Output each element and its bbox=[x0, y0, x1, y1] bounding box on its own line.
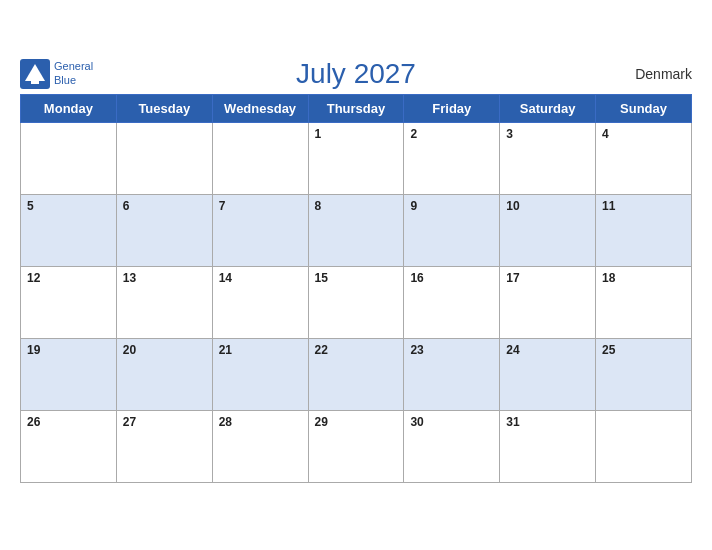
day-number: 16 bbox=[410, 271, 423, 285]
calendar-day-cell: 22 bbox=[308, 338, 404, 410]
calendar-day-cell: 17 bbox=[500, 266, 596, 338]
calendar-day-cell: 30 bbox=[404, 410, 500, 482]
calendar-week-row: 12131415161718 bbox=[21, 266, 692, 338]
day-number: 11 bbox=[602, 199, 615, 213]
day-number: 1 bbox=[315, 127, 322, 141]
calendar-day-cell: 28 bbox=[212, 410, 308, 482]
calendar-header: General Blue July 2027 Denmark bbox=[20, 58, 692, 90]
day-number: 28 bbox=[219, 415, 232, 429]
calendar-week-row: 262728293031 bbox=[21, 410, 692, 482]
calendar-week-row: 19202122232425 bbox=[21, 338, 692, 410]
day-number: 3 bbox=[506, 127, 513, 141]
calendar-day-cell: 16 bbox=[404, 266, 500, 338]
weekday-monday: Monday bbox=[21, 94, 117, 122]
day-number: 15 bbox=[315, 271, 328, 285]
calendar-day-cell: 20 bbox=[116, 338, 212, 410]
calendar-day-cell: 27 bbox=[116, 410, 212, 482]
svg-rect-2 bbox=[31, 76, 39, 84]
calendar-day-cell: 13 bbox=[116, 266, 212, 338]
calendar-container: General Blue July 2027 Denmark Monday Tu… bbox=[0, 48, 712, 503]
calendar-day-cell: 10 bbox=[500, 194, 596, 266]
calendar-day-cell: 18 bbox=[596, 266, 692, 338]
day-number: 2 bbox=[410, 127, 417, 141]
calendar-day-cell: 11 bbox=[596, 194, 692, 266]
calendar-day-cell: 2 bbox=[404, 122, 500, 194]
logo-area: General Blue bbox=[20, 59, 93, 89]
day-number: 12 bbox=[27, 271, 40, 285]
calendar-day-cell bbox=[116, 122, 212, 194]
calendar-day-cell: 4 bbox=[596, 122, 692, 194]
day-number: 22 bbox=[315, 343, 328, 357]
calendar-day-cell: 25 bbox=[596, 338, 692, 410]
logo-text: General Blue bbox=[54, 60, 93, 86]
calendar-day-cell: 3 bbox=[500, 122, 596, 194]
day-number: 4 bbox=[602, 127, 609, 141]
day-number: 20 bbox=[123, 343, 136, 357]
day-number: 30 bbox=[410, 415, 423, 429]
calendar-title: July 2027 bbox=[296, 58, 416, 90]
day-number: 10 bbox=[506, 199, 519, 213]
day-number: 21 bbox=[219, 343, 232, 357]
calendar-day-cell: 26 bbox=[21, 410, 117, 482]
day-number: 8 bbox=[315, 199, 322, 213]
calendar-day-cell bbox=[212, 122, 308, 194]
day-number: 14 bbox=[219, 271, 232, 285]
calendar-day-cell: 24 bbox=[500, 338, 596, 410]
weekday-sunday: Sunday bbox=[596, 94, 692, 122]
day-number: 31 bbox=[506, 415, 519, 429]
calendar-week-row: 567891011 bbox=[21, 194, 692, 266]
day-number: 25 bbox=[602, 343, 615, 357]
calendar-day-cell: 23 bbox=[404, 338, 500, 410]
day-number: 26 bbox=[27, 415, 40, 429]
day-number: 6 bbox=[123, 199, 130, 213]
general-blue-logo-icon bbox=[20, 59, 50, 89]
day-number: 19 bbox=[27, 343, 40, 357]
calendar-day-cell: 1 bbox=[308, 122, 404, 194]
weekday-wednesday: Wednesday bbox=[212, 94, 308, 122]
calendar-day-cell: 8 bbox=[308, 194, 404, 266]
calendar-day-cell: 9 bbox=[404, 194, 500, 266]
weekday-header-row: Monday Tuesday Wednesday Thursday Friday… bbox=[21, 94, 692, 122]
calendar-country: Denmark bbox=[635, 66, 692, 82]
day-number: 23 bbox=[410, 343, 423, 357]
weekday-saturday: Saturday bbox=[500, 94, 596, 122]
calendar-day-cell: 5 bbox=[21, 194, 117, 266]
weekday-tuesday: Tuesday bbox=[116, 94, 212, 122]
calendar-day-cell bbox=[596, 410, 692, 482]
day-number: 7 bbox=[219, 199, 226, 213]
calendar-week-row: 1234 bbox=[21, 122, 692, 194]
day-number: 24 bbox=[506, 343, 519, 357]
weekday-thursday: Thursday bbox=[308, 94, 404, 122]
calendar-day-cell bbox=[21, 122, 117, 194]
day-number: 13 bbox=[123, 271, 136, 285]
calendar-day-cell: 12 bbox=[21, 266, 117, 338]
calendar-day-cell: 21 bbox=[212, 338, 308, 410]
calendar-day-cell: 14 bbox=[212, 266, 308, 338]
calendar-day-cell: 7 bbox=[212, 194, 308, 266]
weekday-friday: Friday bbox=[404, 94, 500, 122]
calendar-day-cell: 31 bbox=[500, 410, 596, 482]
calendar-day-cell: 15 bbox=[308, 266, 404, 338]
day-number: 27 bbox=[123, 415, 136, 429]
calendar-day-cell: 19 bbox=[21, 338, 117, 410]
day-number: 5 bbox=[27, 199, 34, 213]
day-number: 18 bbox=[602, 271, 615, 285]
calendar-day-cell: 29 bbox=[308, 410, 404, 482]
day-number: 17 bbox=[506, 271, 519, 285]
day-number: 9 bbox=[410, 199, 417, 213]
calendar-grid: Monday Tuesday Wednesday Thursday Friday… bbox=[20, 94, 692, 483]
calendar-day-cell: 6 bbox=[116, 194, 212, 266]
day-number: 29 bbox=[315, 415, 328, 429]
